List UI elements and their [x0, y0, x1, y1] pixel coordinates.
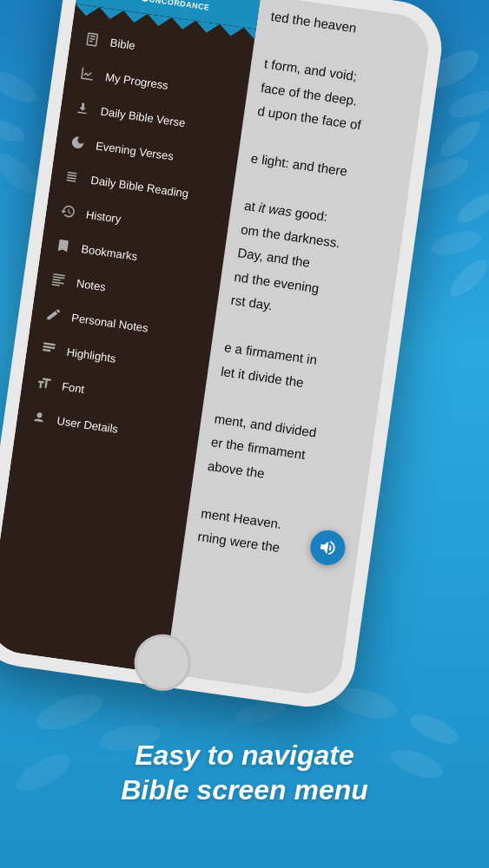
sidebar-title: Strong's Concordance: [89, 0, 211, 13]
speaker-icon: [317, 536, 339, 558]
bottom-text-line1: Easy to navigate: [135, 740, 354, 771]
sidebar-item-notes-label: Notes: [76, 276, 107, 293]
sidebar-item-font-label: Font: [61, 379, 85, 395]
svg-rect-17: [43, 342, 56, 345]
user-icon: [29, 407, 50, 429]
bottom-text: Easy to navigate Bible screen menu: [121, 738, 368, 807]
list-icon: [63, 166, 84, 187]
notes-icon: [48, 269, 69, 291]
moon-icon: [67, 132, 89, 154]
sidebar-item-bookmarks-label: Bookmarks: [81, 242, 138, 263]
download-icon: [72, 97, 94, 119]
phone-body: Strong's Concordance Bible: [0, 0, 447, 713]
sidebar-item-my-progress-label: My Progress: [104, 70, 169, 92]
sidebar-item-daily-bible-reading-label: Daily Bible Reading: [90, 173, 189, 200]
sidebar-item-history-label: History: [85, 207, 122, 225]
sidebar-item-personal-notes-label: Personal Notes: [70, 311, 149, 334]
sidebar-item-highlights-label: Highlights: [66, 345, 117, 365]
chart-icon: [76, 63, 98, 85]
highlights-icon: [38, 339, 60, 360]
bottom-section: Easy to navigate Bible screen menu: [0, 694, 489, 868]
bottom-text-line2: Bible screen menu: [121, 774, 368, 806]
phone-mockup: Strong's Concordance Bible: [0, 0, 489, 722]
personal-notes-icon: [43, 304, 64, 326]
phone-screen: Strong's Concordance Bible: [0, 0, 433, 698]
sidebar-item-user-details-label: User Details: [56, 414, 119, 436]
bookmark-icon: [52, 235, 74, 257]
font-icon: [33, 372, 55, 394]
sidebar-item-evening-verses-label: Evening Verses: [95, 139, 175, 162]
svg-rect-18: [43, 345, 56, 349]
book-icon: [82, 29, 103, 50]
sidebar-item-daily-bible-verse-label: Daily Bible Verse: [100, 104, 186, 129]
sidebar-item-bible-label: Bible: [109, 36, 136, 52]
history-icon: [57, 201, 79, 222]
svg-rect-19: [43, 349, 50, 352]
